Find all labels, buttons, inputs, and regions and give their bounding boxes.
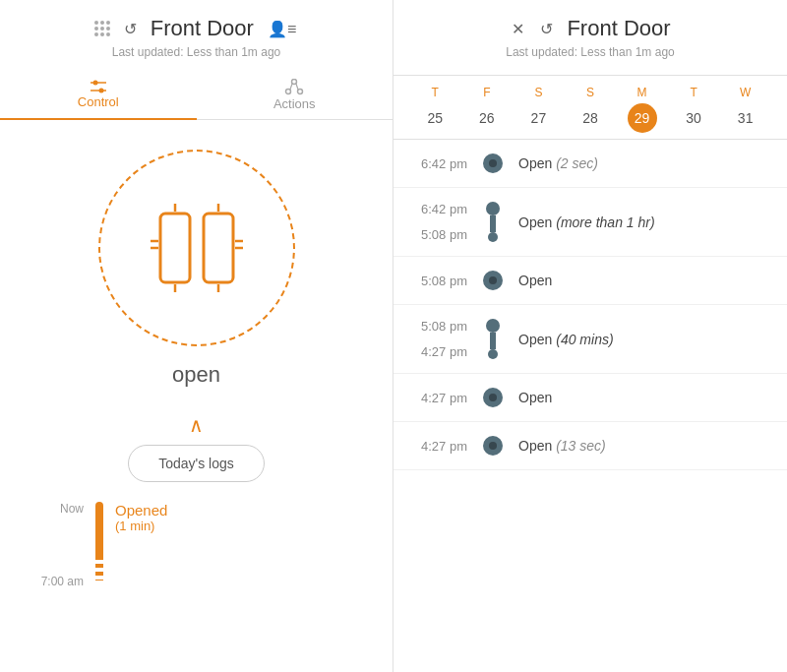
cal-day-num: 31 xyxy=(731,103,760,133)
log-time: 5:08 pm xyxy=(413,274,467,288)
calendar-day[interactable]: S27 xyxy=(523,86,553,133)
cal-day-letter: F xyxy=(483,86,490,99)
chevron-up-icon[interactable]: ∧ xyxy=(189,413,204,437)
left-panel: ↺ Front Door 👤≡ Last updated: Less than … xyxy=(0,0,394,672)
actions-icon xyxy=(284,79,304,96)
log-text: Open (40 mins) xyxy=(518,305,614,373)
svg-rect-10 xyxy=(204,214,233,282)
log-times-stack: 6:42 pm5:08 pm xyxy=(413,188,467,256)
left-tabs: Control Actions xyxy=(0,69,393,120)
log-time-start: 6:42 pm xyxy=(413,202,467,216)
cal-day-num: 26 xyxy=(472,103,502,133)
log-item: 4:27 pmOpen (13 sec) xyxy=(394,422,787,470)
log-time: 6:42 pm xyxy=(413,156,467,171)
cal-day-letter: T xyxy=(432,86,439,99)
timeline-section: Now 7:00 am Opened (1 min) xyxy=(0,502,393,672)
door-status: open xyxy=(172,362,220,388)
svg-rect-9 xyxy=(160,214,190,282)
timeline-row: Now 7:00 am Opened (1 min) xyxy=(30,502,363,588)
log-item-duration: 6:42 pm5:08 pmOpen (more than 1 hr) xyxy=(394,188,787,257)
timeline-bar-dots xyxy=(95,556,103,580)
log-time-end: 4:27 pm xyxy=(413,344,467,359)
door-area: open xyxy=(98,120,295,397)
left-header: ↺ Front Door 👤≡ Last updated: Less than … xyxy=(0,0,393,120)
door-circle xyxy=(98,150,295,346)
timeline-event-label: Opened (1 min) xyxy=(115,502,167,533)
calendar-day[interactable]: W31 xyxy=(731,86,760,133)
calendar-day[interactable]: T25 xyxy=(420,86,450,133)
cal-day-letter: W xyxy=(740,86,751,99)
calendar-day[interactable]: S28 xyxy=(575,86,605,133)
right-header-icons: ✕ ↺ Front Door xyxy=(510,16,670,41)
log-time-end: 5:08 pm xyxy=(413,227,467,242)
grid-dots-icon xyxy=(94,21,110,36)
tab-actions-label: Actions xyxy=(273,96,316,111)
left-header-icons: ↺ Front Door 👤≡ xyxy=(94,16,299,41)
log-text: Open xyxy=(518,273,552,288)
door-svg xyxy=(133,184,261,312)
log-text: Open (13 sec) xyxy=(518,438,606,454)
log-text: Open xyxy=(518,390,552,405)
timeline-event-text: Opened xyxy=(115,502,167,519)
right-title: Front Door xyxy=(567,16,670,41)
cal-day-letter: S xyxy=(586,86,594,99)
cal-day-num: 27 xyxy=(523,103,553,133)
log-icon-dot xyxy=(483,388,503,407)
timeline-time-now: Now xyxy=(60,502,84,516)
log-item: 5:08 pmOpen xyxy=(394,257,787,305)
log-time: 4:27 pm xyxy=(413,391,467,405)
tab-control-label: Control xyxy=(78,94,119,109)
log-duration-icon xyxy=(483,305,503,373)
timeline-bar-solid xyxy=(95,502,103,556)
cal-day-num: 30 xyxy=(679,103,708,133)
log-duration-icon xyxy=(483,188,503,256)
log-icon-dot xyxy=(483,153,503,173)
cal-day-num: 29 xyxy=(628,103,657,133)
log-item: 4:27 pmOpen xyxy=(394,374,787,422)
timeline-bar-wrapper xyxy=(95,502,103,580)
right-header: ✕ ↺ Front Door Last updated: Less than 1… xyxy=(394,0,787,76)
right-panel: ✕ ↺ Front Door Last updated: Less than 1… xyxy=(394,0,787,672)
svg-point-3 xyxy=(98,89,103,93)
right-subtitle: Last updated: Less than 1m ago xyxy=(506,45,674,59)
log-list: 6:42 pmOpen (2 sec)6:42 pm5:08 pmOpen (m… xyxy=(394,140,787,672)
calendar-day[interactable]: F26 xyxy=(472,86,502,133)
log-icon-dot xyxy=(483,436,503,456)
log-times-stack: 5:08 pm4:27 pm xyxy=(413,305,467,373)
cal-day-letter: M xyxy=(637,86,647,99)
cal-day-num: 25 xyxy=(420,103,450,133)
person-list-button[interactable]: 👤≡ xyxy=(266,18,298,40)
refresh-button[interactable]: ↺ xyxy=(122,18,139,40)
log-time-start: 5:08 pm xyxy=(413,319,467,334)
calendar-day[interactable]: T30 xyxy=(679,86,708,133)
cal-day-num: 28 xyxy=(575,103,605,133)
todays-logs-button[interactable]: Today's logs xyxy=(128,445,265,482)
log-text: Open (2 sec) xyxy=(518,155,598,171)
left-subtitle: Last updated: Less than 1m ago xyxy=(112,45,280,59)
log-time: 4:27 pm xyxy=(413,439,467,454)
tab-actions[interactable]: Actions xyxy=(197,69,394,119)
log-text: Open (more than 1 hr) xyxy=(518,188,655,256)
close-button[interactable]: ✕ xyxy=(510,18,526,40)
control-icon xyxy=(89,79,108,94)
timeline-time-end: 7:00 am xyxy=(41,575,84,588)
timeline-event-duration: (1 min) xyxy=(115,519,167,533)
svg-line-8 xyxy=(296,84,298,91)
calendar-day[interactable]: M29 xyxy=(628,86,657,133)
calendar-strip: T25F26S27S28M29T30W31 xyxy=(394,76,787,140)
right-refresh-button[interactable]: ↺ xyxy=(538,18,555,40)
log-item-duration: 5:08 pm4:27 pmOpen (40 mins) xyxy=(394,305,787,374)
timeline-time-labels: Now 7:00 am xyxy=(30,502,84,588)
left-title: Front Door xyxy=(151,16,254,41)
svg-line-7 xyxy=(290,84,292,91)
log-icon-dot xyxy=(483,271,503,290)
tab-control[interactable]: Control xyxy=(0,69,197,119)
cal-day-letter: S xyxy=(534,86,542,99)
svg-point-1 xyxy=(92,81,97,86)
cal-day-letter: T xyxy=(690,86,696,99)
log-item: 6:42 pmOpen (2 sec) xyxy=(394,140,787,188)
